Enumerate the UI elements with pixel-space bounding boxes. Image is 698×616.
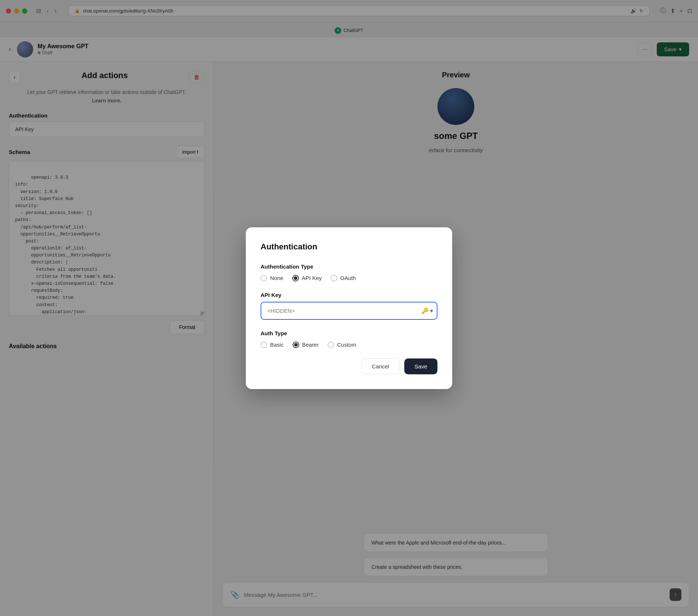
radio-option-oauth[interactable]: OAuth — [331, 275, 356, 281]
radio-label-custom: Custom — [337, 342, 356, 348]
radio-btn-oauth[interactable] — [331, 275, 337, 281]
main-layout: ‹ Add actions 🗑 Let your GPT retrieve in… — [0, 62, 698, 616]
authentication-modal: Authentication Authentication Type None … — [246, 227, 452, 389]
api-key-field-label: API Key — [261, 292, 437, 298]
radio-option-custom[interactable]: Custom — [328, 342, 356, 348]
auth-type-sub-radio-group: Basic Bearer Custom — [261, 342, 437, 348]
api-key-input-wrapper: 🔑 ▾ — [261, 302, 437, 320]
radio-label-bearer: Bearer — [302, 342, 319, 348]
radio-option-bearer[interactable]: Bearer — [293, 342, 319, 348]
radio-btn-custom[interactable] — [328, 342, 334, 348]
radio-label-none: None — [270, 275, 283, 281]
radio-label-api-key: API Key — [302, 275, 322, 281]
modal-title: Authentication — [261, 242, 437, 252]
key-icon: 🔑 ▾ — [421, 307, 433, 314]
auth-type-label: Authentication Type — [261, 263, 437, 270]
modal-save-button[interactable]: Save — [404, 358, 437, 374]
radio-btn-none[interactable] — [261, 275, 267, 281]
modal-overlay: Authentication Authentication Type None … — [0, 0, 698, 616]
api-key-input[interactable] — [261, 302, 437, 320]
cancel-button[interactable]: Cancel — [361, 358, 400, 374]
radio-btn-bearer[interactable] — [293, 342, 299, 348]
radio-option-none[interactable]: None — [261, 275, 283, 281]
modal-actions: Cancel Save — [261, 358, 437, 374]
radio-label-oauth: OAuth — [340, 275, 356, 281]
radio-option-basic[interactable]: Basic — [261, 342, 284, 348]
auth-type-radio-group: None API Key OAuth — [261, 275, 437, 281]
radio-label-basic: Basic — [270, 342, 284, 348]
radio-btn-basic[interactable] — [261, 342, 267, 348]
radio-btn-api-key[interactable] — [292, 275, 299, 281]
auth-type-section-label: Auth Type — [261, 330, 437, 336]
radio-option-api-key[interactable]: API Key — [292, 275, 322, 281]
